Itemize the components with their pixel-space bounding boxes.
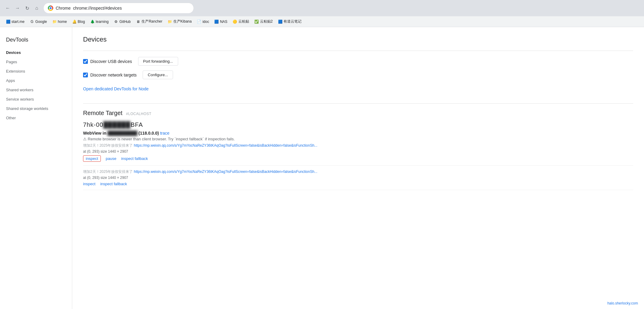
btn-usb[interactable]: Port forwarding... — [138, 57, 178, 66]
checkbox-usb[interactable] — [83, 59, 88, 64]
target-url-text-0: 增加2天！2025年放假安排来了 https://mp.weixin.qq.co… — [83, 143, 354, 148]
remote-target-subtitle: #LOCALHOST — [126, 112, 151, 116]
bookmark-github[interactable]: ⚙GitHub — [112, 18, 133, 25]
chrome-label: Chrome — [56, 6, 71, 11]
action-inspect2[interactable]: inspect — [83, 182, 95, 186]
action-inspect-fallback2[interactable]: inspect fallback — [100, 182, 127, 186]
bookmark-icon-blog: 🔔 — [72, 20, 76, 24]
target-name-0: WebView in ██████████ (118.0.0.0) trace — [83, 131, 633, 136]
action-pause[interactable]: pause — [106, 156, 116, 161]
bookmark-home[interactable]: 📁home — [50, 18, 69, 25]
main-page: DevTools DevicesPagesExtensionsAppsShare… — [0, 27, 644, 309]
sidebar-item-apps[interactable]: Apps — [0, 76, 72, 85]
target-size-1: at (0, 293) size 1440 × 2907 — [83, 176, 633, 180]
trace-link-0[interactable]: trace — [160, 131, 169, 136]
bookmarks-bar: 🟦start.meGGoogle📁home🔔Blog🌲learning⚙GitH… — [0, 16, 644, 27]
bookmark-icon-youdao: 🟦 — [278, 20, 282, 24]
page-title: Devices — [83, 36, 633, 43]
checkbox-label-usb: Discover USB devices — [83, 59, 132, 64]
btn-network[interactable]: Configure... — [143, 70, 173, 79]
bookmark-youdao[interactable]: 🟦有道云笔记 — [276, 18, 304, 25]
option-row-network: Discover network targets Configure... — [83, 70, 633, 79]
bookmark-icon-learning: 🌲 — [90, 20, 94, 24]
chrome-logo-icon — [48, 5, 53, 11]
bookmark-blog[interactable]: 🔔Blog — [70, 18, 87, 25]
sidebar-item-extensions[interactable]: Extensions — [0, 67, 72, 76]
sidebar: DevTools DevicesPagesExtensionsAppsShare… — [0, 27, 72, 309]
target-entry-0: WebView in ██████████ (118.0.0.0) trace … — [83, 131, 633, 166]
sidebar-item-service-workers[interactable]: Service workers — [0, 95, 72, 104]
node-devtools-link[interactable]: Open dedicated DevTools for Node — [83, 86, 149, 91]
sidebar-title: DevTools — [0, 33, 72, 48]
bookmark-start-me[interactable]: 🟦start.me — [4, 18, 27, 25]
checkbox-text-usb: Discover USB devices — [90, 59, 132, 64]
bookmark-icon-home: 📁 — [52, 20, 57, 24]
address-text: chrome://inspect/#devices — [73, 6, 122, 11]
action-inspect-fallback[interactable]: inspect fallback — [121, 156, 148, 161]
bookmark-idoc[interactable]: 📄idoc — [195, 18, 212, 25]
content-area: Devices Discover USB devices Port forwar… — [72, 27, 644, 309]
warning-0: ⚠ Remote browser is newer than client br… — [83, 137, 633, 141]
home-button[interactable]: ⌂ — [33, 4, 41, 12]
bookmark-icon-start-me: 🟦 — [6, 20, 10, 24]
bookmark-yunzhan2[interactable]: ✅云粘贴2 — [252, 18, 275, 25]
remote-target-title: Remote Target — [83, 110, 122, 117]
option-row-usb: Discover USB devices Port forwarding... — [83, 57, 633, 66]
checkbox-network[interactable] — [83, 73, 88, 77]
checkbox-label-network: Discover network targets — [83, 73, 137, 77]
back-button[interactable]: ← — [4, 4, 12, 12]
target-actions-0: inspectpauseinspect fallback — [83, 155, 633, 162]
sidebar-item-shared-storage[interactable]: Shared storage worklets — [0, 104, 72, 113]
remote-target-header: Remote Target #LOCALHOST — [83, 110, 633, 117]
nav-buttons: ← → ↻ ⌂ — [4, 4, 41, 12]
refresh-button[interactable]: ↻ — [23, 4, 31, 12]
divider-remote — [83, 103, 633, 104]
address-bar[interactable]: Chrome chrome://inspect/#devices — [43, 3, 194, 14]
bookmark-icon-github: ⚙ — [114, 20, 118, 24]
sidebar-item-other[interactable]: Other — [0, 113, 72, 123]
bookmark-learning[interactable]: 🌲learning — [88, 18, 111, 25]
forward-button[interactable]: → — [13, 4, 22, 12]
checkbox-text-network: Discover network targets — [90, 73, 137, 77]
bookmark-yunzhan[interactable]: 🟡云粘贴 — [231, 18, 252, 25]
bookmark-icon-nas: 🟦 — [215, 20, 219, 24]
bookmark-nas[interactable]: 🟦NAS — [212, 18, 230, 25]
action-inspect[interactable]: inspect — [83, 155, 101, 162]
bookmark-icon-idoc: 📄 — [197, 20, 201, 24]
target-size-0: at (0, 293) size 1440 × 2907 — [83, 149, 633, 154]
target-actions-1: inspectinspect fallback — [83, 182, 633, 186]
sidebar-item-devices[interactable]: Devices — [0, 48, 72, 57]
bookmark-google[interactable]: GGoogle — [27, 18, 49, 25]
target-device-id: 7hk-00██████BFA — [83, 121, 633, 128]
bookmark-icon-rancher: 🖥 — [136, 20, 140, 24]
bookmark-rancher[interactable]: 🖥生产Rancher — [134, 18, 165, 25]
browser-toolbar: ← → ↻ ⌂ Chrome chrome://inspect/#devices — [0, 0, 644, 16]
sidebar-item-pages[interactable]: Pages — [0, 57, 72, 67]
bookmark-icon-yunzhan: 🟡 — [233, 20, 237, 24]
bookmark-kibana[interactable]: 📁生产Kibana — [166, 18, 194, 25]
bookmark-icon-google: G — [30, 20, 34, 24]
target-url-text-1: 增加2天！2025年放假安排来了 https://mp.weixin.qq.co… — [83, 169, 354, 174]
bookmark-icon-kibana: 📁 — [168, 20, 172, 24]
target-entry-1: 增加2天！2025年放假安排来了 https://mp.weixin.qq.co… — [83, 169, 633, 190]
footer-hint: halo.sherlocky.com — [607, 301, 638, 305]
bookmark-icon-yunzhan2: ✅ — [255, 20, 259, 24]
target-block: 7hk-00██████BFA WebView in ██████████ (1… — [83, 121, 633, 190]
sidebar-item-shared-workers[interactable]: Shared workers — [0, 85, 72, 95]
divider-top — [83, 51, 633, 51]
